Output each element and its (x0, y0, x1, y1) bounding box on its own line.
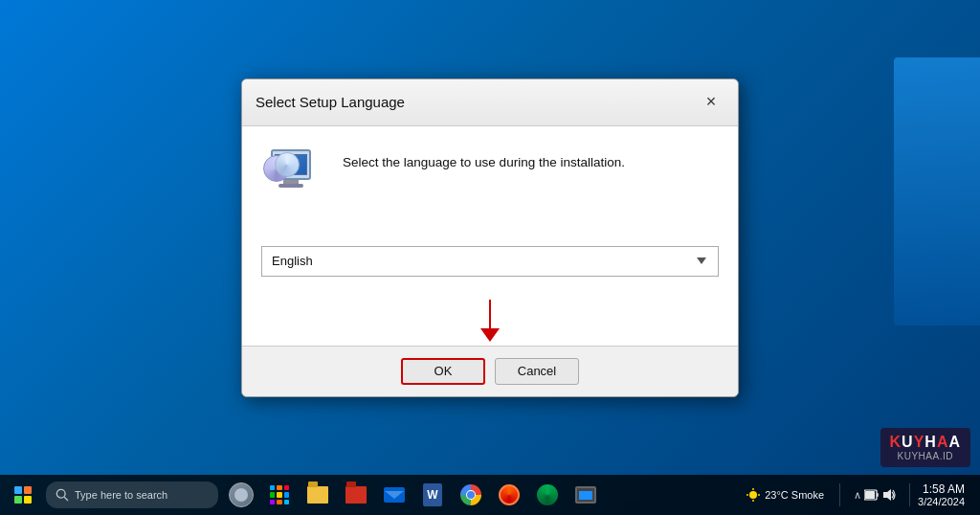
taskbar-app2-icon[interactable] (492, 478, 526, 512)
dialog-close-button[interactable]: × (698, 89, 724, 116)
svg-marker-10 (883, 489, 891, 501)
taskbar-app-icons: W (224, 478, 603, 512)
taskbar-word-icon[interactable]: W (415, 478, 450, 512)
svg-point-0 (56, 489, 65, 498)
setup-language-dialog: Select Setup Language × Selec (241, 78, 739, 397)
taskbar-search[interactable]: Type here to search (46, 481, 218, 508)
taskbar-user-icon[interactable] (224, 478, 258, 512)
language-dropdown-section: English French German Spanish (242, 231, 738, 290)
windows-icon (14, 486, 32, 504)
system-tray: 23°C Smoke ∧ (738, 482, 980, 507)
volume-icon (882, 488, 896, 502)
svg-rect-9 (877, 493, 879, 497)
svg-rect-8 (865, 491, 875, 499)
clock-time: 1:58 AM (923, 482, 965, 496)
weather-text: 23°C Smoke (765, 489, 824, 501)
apps-grid-icon (270, 485, 289, 504)
arrow-line (489, 300, 491, 328)
disc-2 (275, 152, 300, 177)
dialog-titlebar: Select Setup Language × (242, 79, 738, 126)
taskbar-mail-icon[interactable] (377, 478, 412, 512)
svg-line-1 (64, 497, 68, 501)
arrow-head (480, 328, 500, 342)
computer-icon (261, 149, 323, 212)
arrow-hint (242, 290, 738, 346)
taskbar-apps-icon[interactable] (262, 478, 297, 512)
language-select[interactable]: English French German Spanish (261, 246, 719, 277)
system-clock[interactable]: 1:58 AM 3/24/2024 (918, 482, 972, 507)
search-icon (56, 488, 69, 502)
taskbar: Type here to search (0, 475, 980, 515)
battery-icon (864, 489, 880, 501)
ok-button[interactable]: OK (401, 358, 485, 385)
tray-icons[interactable]: ∧ (848, 488, 902, 502)
cancel-button[interactable]: Cancel (495, 358, 579, 385)
dialog-body: Select the language to use during the in… (242, 126, 738, 231)
weather-icon (746, 487, 761, 503)
taskbar-app3-icon[interactable] (530, 478, 565, 512)
svg-point-2 (749, 491, 757, 499)
search-placeholder: Type here to search (75, 489, 167, 501)
taskbar-red-folder-icon[interactable] (339, 478, 373, 512)
monitor-base (278, 184, 303, 188)
dialog-title: Select Setup Language (256, 94, 405, 110)
clock-date: 3/24/2024 (918, 496, 965, 507)
taskbar-monitor-icon[interactable] (568, 478, 603, 512)
taskbar-files-icon[interactable] (301, 478, 335, 512)
tray-separator-2 (909, 483, 910, 506)
taskbar-chrome-icon[interactable] (454, 478, 488, 512)
desktop: Select Setup Language × Selec (0, 0, 980, 515)
tray-separator (839, 483, 840, 506)
start-button[interactable] (0, 475, 46, 515)
dialog-footer: OK Cancel (242, 346, 738, 396)
weather-display: 23°C Smoke (738, 487, 832, 503)
dialog-instruction: Select the language to use during the in… (343, 149, 625, 172)
tray-up-arrow[interactable]: ∧ (854, 489, 861, 502)
dialog-overlay: Select Setup Language × Selec (0, 0, 980, 475)
